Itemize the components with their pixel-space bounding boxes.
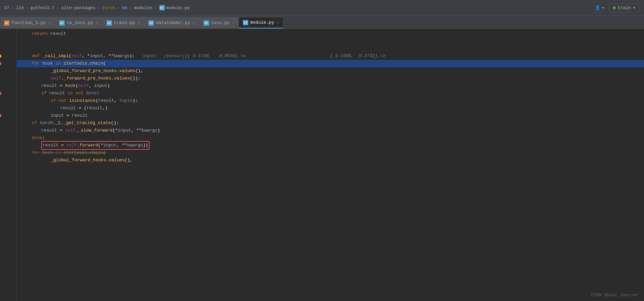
- tab-icon-ce-loss: py: [59, 20, 65, 26]
- run-label: train: [618, 5, 631, 10]
- tab-close-loss[interactable]: ✕: [232, 21, 234, 25]
- gutter-line-4: [0, 52, 14, 60]
- gutter-line-8: [0, 82, 14, 90]
- tab-module[interactable]: py module.py ✕: [239, 17, 283, 28]
- run-chevron: ▾: [633, 5, 636, 10]
- breadcrumb-item-lib[interactable]: lib: [16, 5, 24, 10]
- tab-train[interactable]: py train.py ✕: [102, 17, 144, 28]
- tab-ce-loss[interactable]: py ce_loss.py ✕: [55, 17, 102, 28]
- tab-icon-train: py: [107, 20, 112, 26]
- tab-loss[interactable]: py loss.py ✕: [200, 17, 239, 28]
- run-status-dot: [613, 6, 616, 9]
- tab-close-function1[interactable]: ✕: [48, 21, 51, 25]
- tab-close-train[interactable]: ✕: [138, 21, 140, 25]
- gutter-line-9: [0, 90, 14, 97]
- breadcrumb-right: 👤 ▾ train ▾: [595, 3, 640, 12]
- code-line-if-torch: if torch._C._get_tracing_state():: [17, 119, 644, 127]
- breakpoint-12: [0, 114, 1, 117]
- gutter-line-19: [0, 164, 14, 171]
- code-line-return: return result: [17, 30, 644, 38]
- code-line-for-hook2: for hook in itertools.chain(: [17, 149, 644, 157]
- code-line-self-pre: self._forward_pre_hooks.values()):: [17, 75, 644, 82]
- user-icon: 👤: [595, 5, 600, 10]
- watermark: CSDN @Dear_learner: [591, 293, 639, 298]
- gutter-line-7: [0, 75, 14, 82]
- breakpoint-9: [0, 92, 1, 95]
- code-line-empty2: [17, 45, 644, 52]
- breadcrumb-item-37[interactable]: 37: [4, 5, 9, 10]
- tab-icon-module: py: [243, 20, 248, 25]
- code-line-input-result: input = result: [17, 112, 644, 119]
- breadcrumb-item-torch[interactable]: torch: [102, 5, 115, 10]
- code-line-global-hooks: _global_forward_hooks.values(),: [17, 157, 644, 164]
- code-line-slow-forward: result = self._slow_forward(*input, **kw…: [17, 127, 644, 134]
- gutter-line-5: [0, 60, 14, 67]
- tab-label-dataloader: dataloader.py: [156, 20, 190, 25]
- gutter-line-3: [0, 45, 14, 52]
- gutter-line-10: [0, 97, 14, 105]
- tab-close-ce-loss[interactable]: ✕: [96, 21, 98, 25]
- code-line-for-hook: for hook in itertools.chain(: [17, 60, 644, 67]
- tab-label-ce-loss: ce_loss.py: [67, 20, 93, 25]
- line-gutter: ▶: [0, 29, 17, 301]
- tab-dataloader[interactable]: py dataloader.py ✕: [144, 17, 200, 28]
- breadcrumb-item-site[interactable]: site-packages: [61, 5, 95, 10]
- tab-close-dataloader[interactable]: ✕: [193, 21, 195, 25]
- tab-icon-dataloader: py: [148, 20, 154, 26]
- gutter-line-13: [0, 119, 14, 127]
- gutter-line-2: [0, 38, 14, 45]
- code-line-else: else:: [17, 134, 644, 142]
- python-file-icon: py: [159, 5, 165, 10]
- code-line-def: def _call_impl(self, *input, **kwargs): …: [17, 52, 644, 60]
- gutter-line-11: [0, 105, 14, 112]
- gutter-line-14: [0, 127, 14, 134]
- gutter-line-6: [0, 67, 14, 75]
- gutter-line-18: [0, 157, 14, 164]
- tab-icon-function1: py: [4, 20, 9, 26]
- code-line-result-tuple: result = (result,): [17, 105, 644, 112]
- tab-label-function1: function_1.py: [12, 20, 46, 25]
- breadcrumb-item-modules[interactable]: modules: [134, 5, 153, 10]
- breadcrumb-item-python[interactable]: python3.7: [31, 5, 54, 10]
- breadcrumb-bar: 37 › lib › python3.7 › site-packages › t…: [0, 0, 644, 16]
- tab-label-module: module.py: [250, 20, 274, 25]
- tab-icon-loss: py: [204, 20, 209, 26]
- code-line-empty1: [17, 38, 644, 45]
- code-area[interactable]: return result def _call_impl(self, *inpu…: [17, 29, 644, 301]
- code-line-partial: [17, 164, 644, 171]
- breadcrumb: 37 › lib › python3.7 › site-packages › t…: [4, 5, 190, 10]
- gutter-line-15: [0, 134, 14, 142]
- breadcrumb-item-file[interactable]: py module.py: [159, 5, 190, 10]
- breadcrumb-item-nn[interactable]: nn: [122, 5, 128, 10]
- user-chevron: ▾: [602, 5, 604, 10]
- tab-function1[interactable]: py function_1.py ✕: [0, 17, 55, 28]
- gutter-line-17: [0, 149, 14, 157]
- code-line-if-result: if result is not None:: [17, 90, 644, 97]
- code-line-result-hook: result = hook(self, input): [17, 82, 644, 90]
- gutter-line-12: [0, 112, 14, 119]
- code-line-global-pre: _global_forward_pre_hooks.values(),: [17, 67, 644, 75]
- code-line-if-isinstance: if not isinstance(result, tuple):: [17, 97, 644, 105]
- tabs-bar: py function_1.py ✕ py ce_loss.py ✕ py tr…: [0, 16, 644, 29]
- gutter-line-1: ▶: [0, 30, 14, 38]
- editor-container: ▶: [0, 29, 644, 301]
- tab-label-loss: loss.py: [211, 20, 230, 25]
- breakpoint-5: [0, 62, 1, 65]
- tab-label-train: train.py: [114, 20, 135, 25]
- gutter-line-16: [0, 142, 14, 149]
- debug-marker-4: [0, 54, 1, 58]
- tab-close-module[interactable]: ✕: [277, 20, 279, 25]
- user-button[interactable]: 👤 ▾: [595, 5, 604, 10]
- run-button[interactable]: train ▾: [608, 3, 640, 12]
- code-line-forward: result = self.forward(*input, **kwargs)|: [17, 142, 644, 149]
